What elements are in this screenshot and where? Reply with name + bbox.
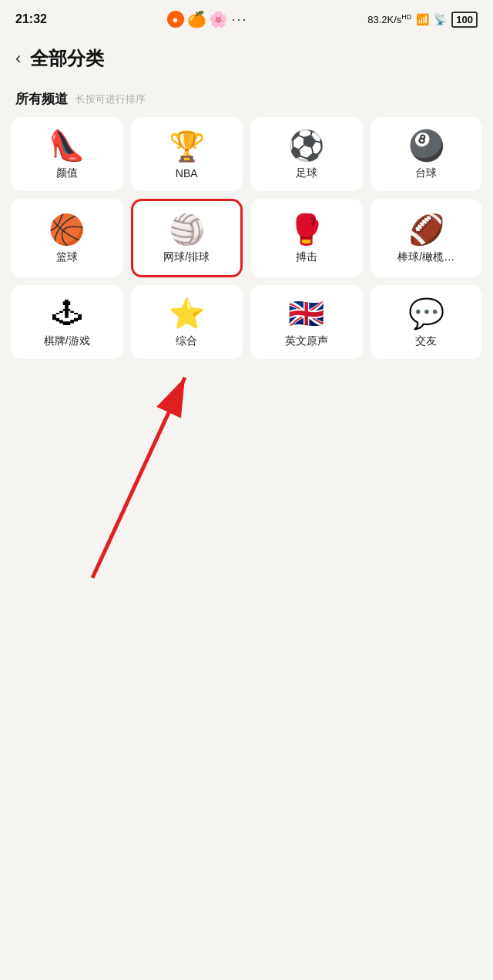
- category-item-boJi[interactable]: 🥊搏击: [250, 199, 363, 277]
- category-label-zongHe: 综合: [176, 334, 197, 348]
- category-grid: 👠颜值🏆NBA⚽足球🎱台球🏀篮球🏐网球/排球🥊搏击🏈棒球/橄榄…🕹棋牌/游戏⭐综…: [0, 117, 493, 359]
- category-label-zuQiu: 足球: [296, 166, 317, 180]
- category-icon-lanQiu: 🏀: [49, 215, 85, 244]
- category-icon-zongHe: ⭐: [169, 299, 205, 328]
- app-icon-3: 🌸: [210, 11, 227, 28]
- category-icon-bangQiu: 🏈: [408, 215, 444, 244]
- category-item-bangQiu[interactable]: 🏈棒球/橄榄…: [371, 199, 483, 277]
- category-label-boJi: 搏击: [296, 250, 317, 264]
- category-icon-yingWen: 🇬🇧: [288, 299, 324, 328]
- category-item-yanZhi[interactable]: 👠颜值: [11, 117, 123, 191]
- category-icon-zuQiu: ⚽: [288, 131, 324, 160]
- category-item-wangQiu[interactable]: 🏐网球/排球: [131, 199, 243, 277]
- category-icon-wangQiu: 🏐: [169, 215, 205, 244]
- category-item-nba[interactable]: 🏆NBA: [131, 117, 243, 191]
- status-dots: ···: [232, 12, 248, 28]
- category-label-bangQiu: 棒球/橄榄…: [397, 250, 454, 264]
- section-hint: 长按可进行排序: [75, 92, 146, 106]
- category-icon-nba: 🏆: [169, 132, 205, 161]
- category-label-lanQiu: 篮球: [56, 250, 78, 264]
- network-speed: 83.2K/sHD: [367, 13, 411, 25]
- section-title: 所有频道: [15, 90, 68, 108]
- signal-icon: 📶: [416, 13, 429, 25]
- page-title: 全部分类: [30, 46, 104, 71]
- category-item-zongHe[interactable]: ⭐综合: [131, 285, 243, 359]
- category-icon-yanZhi: 👠: [49, 131, 85, 160]
- category-icon-boJi: 🥊: [288, 215, 324, 244]
- battery-icon: 100: [451, 12, 478, 28]
- category-label-qiPai: 棋牌/游戏: [44, 334, 90, 348]
- category-item-jiaoYou[interactable]: 💬交友: [371, 285, 483, 359]
- app-icon-1: ●: [167, 11, 184, 28]
- category-icon-jiaoYou: 💬: [408, 299, 444, 328]
- category-icon-taiQiu: 🎱: [408, 131, 444, 160]
- status-app-icons: ● 🍊 🌸 ···: [167, 11, 248, 28]
- category-item-zuQiu[interactable]: ⚽足球: [250, 117, 363, 191]
- category-icon-qiPai: 🕹: [52, 299, 82, 328]
- category-label-yanZhi: 颜值: [56, 166, 78, 180]
- category-item-lanQiu[interactable]: 🏀篮球: [11, 199, 123, 277]
- category-item-yingWen[interactable]: 🇬🇧英文原声: [250, 285, 363, 359]
- category-label-jiaoYou: 交友: [415, 334, 437, 348]
- wifi-icon: 📡: [434, 13, 447, 25]
- back-button[interactable]: ‹: [15, 49, 21, 69]
- app-icon-2: 🍊: [189, 11, 206, 28]
- category-label-taiQiu: 台球: [415, 166, 437, 180]
- status-time: 21:32: [15, 12, 47, 26]
- category-label-yingWen: 英文原声: [285, 334, 328, 348]
- status-bar: 21:32 ● 🍊 🌸 ··· 83.2K/sHD 📶 📡 100: [0, 0, 493, 39]
- category-label-nba: NBA: [176, 167, 198, 180]
- svg-line-1: [92, 378, 185, 578]
- category-item-qiPai[interactable]: 🕹棋牌/游戏: [11, 285, 123, 359]
- status-right: 83.2K/sHD 📶 📡 100: [367, 12, 478, 28]
- section-header: 所有频道 长按可进行排序: [0, 82, 493, 117]
- category-item-taiQiu[interactable]: 🎱台球: [371, 117, 483, 191]
- page-header: ‹ 全部分类: [0, 39, 493, 82]
- category-label-wangQiu: 网球/排球: [163, 250, 210, 264]
